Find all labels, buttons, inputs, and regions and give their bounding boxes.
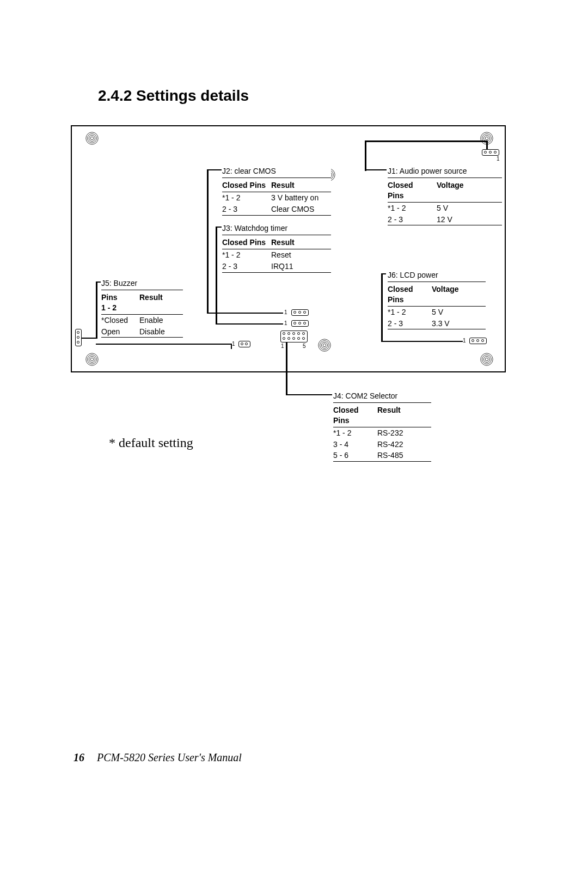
col-header: Closed Pins — [222, 237, 271, 248]
table-title: J3: Watchdog timer — [222, 223, 331, 235]
screw-icon — [84, 352, 100, 367]
connector-line — [216, 227, 217, 325]
manual-title: PCM-5820 Series User's Manual — [97, 751, 242, 763]
pin-label: 1 — [497, 156, 500, 162]
cell: 2 - 3 — [388, 319, 432, 329]
col-header: Pins 1 - 2 — [101, 292, 139, 313]
svg-point-10 — [89, 356, 95, 362]
connector-line — [96, 344, 232, 345]
table-title: J1: Audio power source — [388, 166, 502, 178]
pin-label: 1 — [281, 343, 284, 349]
pin-label: 1 — [463, 338, 466, 344]
col-header: Voltage — [432, 284, 486, 305]
cell: 3.3 V — [432, 319, 486, 329]
section-heading: 2.4.2 Settings details — [98, 87, 249, 105]
pin-header-icon — [291, 320, 309, 327]
connector-line — [365, 140, 366, 171]
jumper-table-j6: J6: LCD power Closed Pins Voltage *1 - 2… — [388, 270, 486, 329]
connector-line — [381, 273, 383, 342]
pin-header-icon — [482, 149, 499, 156]
pin-label: 5 — [303, 343, 306, 349]
cell: Clear CMOS — [271, 204, 331, 215]
col-header: Closed Pins — [333, 405, 377, 426]
connector-line — [286, 338, 287, 395]
col-header-line: Closed — [388, 284, 432, 295]
cell: RS-232 — [377, 428, 431, 438]
connector-line — [96, 282, 97, 339]
cell: 12 V — [437, 215, 497, 225]
default-setting-note: * default setting — [109, 436, 193, 450]
svg-point-11 — [90, 358, 94, 361]
col-header: Closed Pins — [388, 180, 437, 201]
col-header: Closed Pins — [222, 180, 271, 191]
svg-point-12 — [481, 353, 493, 365]
pin-header-icon — [238, 341, 250, 347]
cell: *1 - 2 — [388, 203, 437, 213]
cell: 5 - 6 — [333, 450, 377, 461]
jumper-table-j5: J5: Buzzer Pins 1 - 2 Result *ClosedEnab… — [101, 278, 183, 338]
connector-line — [81, 338, 97, 339]
table-title: J6: LCD power — [388, 270, 486, 282]
pin-header-icon — [75, 329, 82, 346]
cell: 2 - 3 — [388, 215, 437, 225]
col-header-line: Pins — [101, 292, 139, 303]
cell: Open — [101, 327, 139, 337]
col-header-line: Pins — [388, 191, 437, 201]
screw-icon — [479, 352, 494, 367]
connector-line — [207, 169, 209, 314]
col-header: Closed Pins — [388, 284, 432, 305]
pin-header-icon — [291, 309, 309, 316]
jumper-table-j3: J3: Watchdog timer Closed Pins Result *1… — [222, 223, 331, 273]
table-title: J5: Buzzer — [101, 278, 183, 290]
connector-line — [216, 323, 283, 325]
cell: *1 - 2 — [388, 307, 432, 317]
connector-line — [381, 341, 463, 342]
svg-point-19 — [323, 344, 326, 347]
svg-point-2 — [89, 135, 95, 141]
cell: Reset — [271, 250, 331, 260]
page-number: 16 — [74, 751, 84, 763]
svg-point-3 — [90, 137, 94, 140]
cell: 5 V — [432, 307, 486, 317]
connector-line — [365, 169, 387, 170]
col-header-line: Pins — [388, 295, 432, 305]
page-footer: 16 PCM-5820 Series User's Manual — [74, 751, 242, 764]
svg-point-18 — [321, 342, 327, 348]
screw-icon — [317, 338, 332, 353]
jumper-table-j4: J4: COM2 Selector Closed Pins Result *1 … — [333, 391, 431, 462]
connector-line — [365, 140, 487, 142]
cell: IRQ11 — [271, 261, 331, 272]
cell: 3 - 4 — [333, 439, 377, 450]
col-header-line: Closed — [333, 405, 377, 415]
cell: *Closed — [101, 315, 139, 326]
jumper-table-j2: J2: clear CMOS Closed Pins Result *1 - 2… — [222, 166, 331, 216]
svg-point-14 — [483, 356, 489, 362]
pin-label: 1 — [232, 341, 235, 347]
cell: *1 - 2 — [333, 428, 377, 438]
screw-icon — [84, 131, 100, 146]
svg-point-16 — [318, 339, 330, 351]
pin-label: 1 — [284, 320, 287, 326]
col-header: Result — [271, 237, 331, 248]
pin-header-icon — [469, 338, 487, 344]
col-header: Voltage — [437, 180, 497, 201]
svg-point-15 — [485, 358, 488, 361]
cell: 3 V battery on — [271, 193, 331, 203]
table-title: J2: clear CMOS — [222, 166, 331, 178]
cell: 2 - 3 — [222, 204, 271, 215]
connector-line — [207, 313, 283, 314]
col-header-line: 1 - 2 — [101, 303, 139, 313]
cell: *1 - 2 — [222, 250, 271, 260]
connector-line — [286, 394, 332, 395]
col-header-line: Pins — [333, 415, 377, 426]
svg-point-0 — [86, 132, 98, 144]
svg-point-8 — [86, 353, 98, 365]
col-header: Result — [377, 405, 431, 426]
cell: RS-422 — [377, 439, 431, 450]
cell: 2 - 3 — [222, 261, 271, 272]
cell: 5 V — [437, 203, 497, 213]
pin-header-icon — [280, 331, 308, 342]
pin-label: 1 — [284, 309, 287, 315]
svg-point-7 — [485, 137, 488, 140]
col-header-line: Closed — [388, 180, 437, 191]
